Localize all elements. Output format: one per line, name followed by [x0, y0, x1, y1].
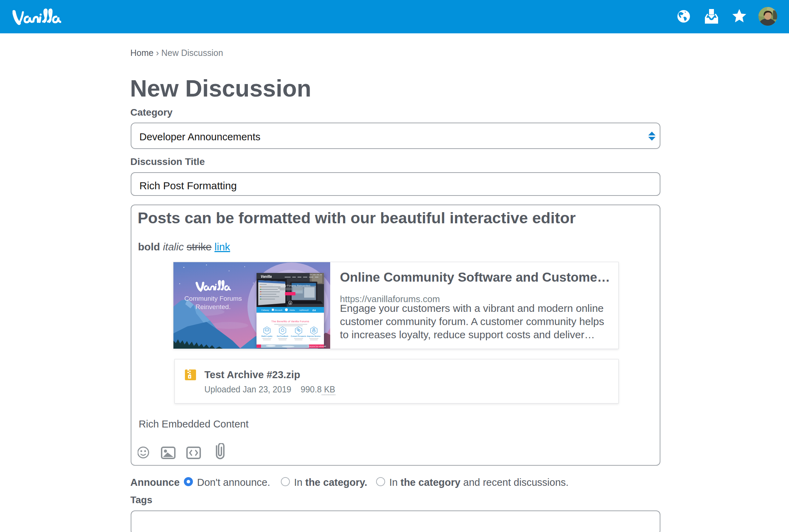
svg-text:Callaway: Callaway: [261, 309, 270, 311]
svg-text:Improve Service: Improve Service: [307, 335, 321, 337]
svg-text:Build Loyalty: Build Loyalty: [261, 335, 273, 337]
svg-text:Community Forums: Community Forums: [184, 295, 242, 302]
svg-text:Adobe: Adobe: [290, 309, 295, 311]
svg-text:myMoneyK: myMoneyK: [299, 309, 309, 311]
svg-text:Convert Prospects: Convert Prospects: [291, 335, 307, 337]
svg-text:Vanilla: Vanilla: [261, 275, 272, 279]
svg-text:The Benefits of Vanilla Forums: The Benefits of Vanilla Forums: [271, 320, 309, 323]
svg-text:* Everyone from advanced: * Everyone from advanced: [307, 346, 326, 347]
svg-text:Get Feedback: Get Feedback: [277, 335, 288, 337]
svg-text:EA: EA: [312, 309, 316, 311]
svg-text:Microsoft: Microsoft: [275, 309, 283, 311]
svg-text:Reinvented.: Reinvented.: [195, 303, 230, 310]
svg-text:Community Forums Reinvented.: Community Forums Reinvented.: [273, 284, 311, 287]
